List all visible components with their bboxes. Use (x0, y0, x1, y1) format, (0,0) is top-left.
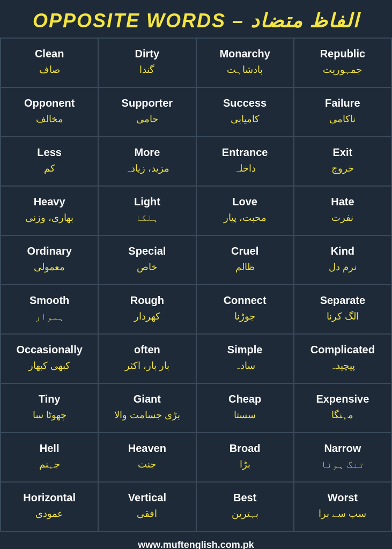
english-word: Connect (224, 294, 267, 307)
list-item: Connectجوڑنا (197, 285, 294, 333)
english-word: often (134, 344, 160, 356)
list-item: Cheapسستا (197, 384, 294, 432)
english-word: Hell (40, 442, 60, 455)
list-item: Occasionallyکبھی کبھار (1, 335, 99, 383)
english-word: Love (232, 196, 257, 208)
urdu-word: خاص (137, 259, 157, 275)
english-word: Narrow (324, 442, 361, 455)
urdu-word: سب سے برا (319, 506, 366, 522)
header: OPPOSITE WORDS – الفاظ متضاد (0, 0, 392, 38)
urdu-word: داخلہ (234, 161, 256, 176)
urdu-word: کامیابی (231, 112, 260, 127)
list-item: Hateنفرت (294, 187, 392, 235)
english-word: Dirty (135, 48, 160, 60)
urdu-word: بار بار، اکثر (125, 358, 169, 374)
urdu-word: پیچیدہ (330, 358, 355, 374)
table-row: HorizontalعمودیVerticalافقیBestبہترینWor… (1, 483, 392, 532)
list-item: Opponentمخالف (1, 88, 99, 136)
urdu-word: مخالف (36, 112, 63, 127)
english-word: Occasionally (16, 344, 82, 356)
urdu-word: جمہوریت (323, 62, 362, 78)
urdu-word: ہموار (35, 309, 64, 324)
list-item: Lessکم (1, 137, 99, 186)
english-word: Kind (331, 245, 354, 257)
list-item: Narrowتنگ ہونا (294, 433, 392, 481)
list-item: Horizontalعمودی (1, 483, 99, 531)
english-word: Vertical (128, 492, 166, 504)
urdu-word: عمودی (35, 506, 63, 522)
english-word: Horizontal (23, 492, 76, 504)
english-word: Separate (320, 294, 366, 307)
english-word: Less (37, 146, 62, 159)
english-word: Republic (320, 48, 365, 60)
urdu-word: الگ کرنا (327, 309, 359, 324)
urdu-word: نفرت (331, 210, 353, 226)
list-item: Monarchyبادشاہت (197, 39, 294, 87)
urdu-word: ہلکا (135, 210, 159, 226)
english-word: Cruel (231, 245, 258, 257)
urdu-word: بڑا (240, 457, 250, 472)
footer-text: www.muftenglish.com.pk (5, 539, 387, 549)
table-row: Tinyچھوٹا ساGiantبڑی جسامت والاCheapسستا… (1, 384, 392, 433)
english-word: Simple (227, 344, 263, 356)
english-word: Success (223, 97, 267, 109)
english-word: Cheap (228, 393, 261, 405)
urdu-word: جوڑنا (234, 309, 255, 324)
urdu-word: گندا (139, 62, 154, 78)
list-item: Expensiveمہنگا (294, 384, 392, 432)
urdu-word: سادہ (234, 358, 255, 374)
list-item: Giantبڑی جسامت والا (99, 384, 196, 432)
urdu-word: تنگ ہونا (321, 457, 365, 472)
english-word: Failure (325, 97, 360, 109)
urdu-word: بہترین (232, 506, 258, 522)
list-item: Hellجہنم (1, 433, 99, 481)
table-row: OpponentمخالفSupporterحامیSuccessکامیابی… (1, 88, 392, 137)
urdu-word: چھوٹا سا (33, 407, 66, 423)
list-item: Dirtyگندا (99, 39, 196, 87)
english-word: Expensive (316, 393, 369, 405)
table-row: CleanصافDirtyگنداMonarchyبادشاہتRepublic… (1, 39, 392, 88)
list-item: Tinyچھوٹا سا (1, 384, 99, 432)
urdu-word: نرم دل (329, 259, 357, 275)
list-item: Simpleسادہ (197, 335, 294, 383)
english-word: Opponent (24, 97, 75, 109)
english-word: More (134, 146, 160, 159)
footer: www.muftenglish.com.pk (0, 532, 392, 549)
english-word: Complicated (310, 344, 375, 356)
list-item: Loveمحبت، پیار (197, 187, 294, 235)
list-item: Broadبڑا (197, 433, 294, 481)
list-item: Ordinaryمعمولی (1, 236, 99, 284)
list-item: Roughکھردار (99, 285, 196, 333)
list-item: Heavyبھاری، وزنی (1, 187, 99, 235)
english-word: Best (233, 492, 256, 504)
list-item: Moreمزید، زیادہ (99, 137, 196, 186)
list-item: Cleanصاف (1, 39, 99, 87)
list-item: Entranceداخلہ (197, 137, 294, 186)
english-word: Entrance (222, 146, 268, 159)
list-item: Republicجمہوریت (294, 39, 392, 87)
english-word: Broad (230, 442, 261, 455)
list-item: Kindنرم دل (294, 236, 392, 284)
urdu-word: کم (44, 161, 55, 176)
urdu-word: ناکامی (329, 112, 356, 127)
header-title: OPPOSITE WORDS – الفاظ متضاد (5, 10, 387, 32)
urdu-word: خروج (331, 161, 354, 176)
list-item: Complicatedپیچیدہ (294, 335, 392, 383)
english-word: Worst (328, 492, 358, 504)
list-item: Cruelظالم (197, 236, 294, 284)
urdu-word: جنت (138, 457, 156, 472)
urdu-word: بڑی جسامت والا (114, 407, 180, 423)
english-word: Light (134, 196, 160, 208)
list-item: Heavenجنت (99, 433, 196, 481)
list-item: Exitخروج (294, 137, 392, 186)
english-word: Heavy (34, 196, 65, 208)
urdu-word: جہنم (39, 457, 60, 472)
english-word: Supporter (122, 97, 173, 109)
table-row: OrdinaryمعمولیSpecialخاصCruelظالمKindنرم… (1, 236, 392, 285)
urdu-word: مہنگا (331, 407, 353, 423)
english-word: Exit (333, 146, 353, 159)
list-item: Verticalافقی (99, 483, 196, 531)
urdu-word: حامی (136, 112, 158, 127)
list-item: Smoothہموار (1, 285, 99, 333)
urdu-word: سستا (234, 407, 256, 423)
